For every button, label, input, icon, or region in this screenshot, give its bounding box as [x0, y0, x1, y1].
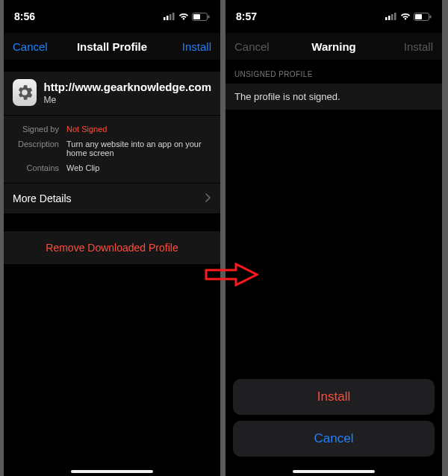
status-time: 8:56 [14, 10, 35, 22]
svg-rect-13 [430, 15, 432, 18]
svg-rect-1 [167, 16, 169, 20]
left-phone-frame: 8:56 Cancel Install Profile Install http… [4, 0, 220, 476]
svg-rect-10 [394, 13, 396, 20]
cellular-icon [385, 13, 397, 20]
signed-by-row: Signed by Not Signed [13, 122, 211, 137]
svg-rect-12 [415, 14, 422, 19]
contains-value: Web Clip [66, 163, 211, 172]
wifi-icon [400, 13, 411, 20]
wifi-icon [178, 13, 189, 20]
sheet-cancel-button[interactable]: Cancel [233, 421, 435, 457]
svg-rect-9 [391, 14, 393, 20]
profile-details: Signed by Not Signed Description Turn an… [4, 116, 220, 183]
profile-card: http://www.gearknowledge.com Me Signed b… [4, 72, 220, 214]
signed-by-value: Not Signed [66, 125, 211, 134]
home-indicator[interactable] [293, 470, 375, 473]
nav-title: Warning [278, 40, 390, 53]
description-label: Description [13, 140, 59, 157]
nav-bar: Cancel Install Profile Install [4, 33, 220, 60]
svg-rect-8 [388, 16, 391, 20]
profile-subtitle: Me [44, 95, 211, 105]
profile-header: http://www.gearknowledge.com Me [4, 72, 220, 116]
battery-icon [414, 13, 432, 21]
more-details-row[interactable]: More Details [4, 183, 220, 214]
status-time: 8:57 [236, 10, 257, 22]
cancel-button[interactable]: Cancel [234, 40, 278, 53]
remove-profile-button[interactable]: Remove Downloaded Profile [4, 231, 220, 265]
cellular-icon [164, 13, 175, 20]
status-bar: 8:57 [225, 0, 442, 33]
battery-icon [192, 13, 210, 21]
chevron-right-icon [205, 192, 211, 204]
profile-url: http://www.gearknowledge.com [44, 81, 211, 93]
install-button[interactable]: Install [390, 40, 433, 53]
description-value: Turn any website into an app on your hom… [66, 140, 211, 157]
right-phone-frame: 8:57 Cancel Warning Install UNSIGNED PRO… [225, 0, 442, 476]
cancel-button[interactable]: Cancel [13, 40, 56, 53]
svg-rect-5 [193, 14, 200, 19]
svg-rect-2 [169, 14, 172, 20]
svg-rect-7 [385, 17, 388, 20]
nav-title: Install Profile [56, 40, 168, 53]
svg-rect-6 [208, 15, 210, 18]
home-indicator[interactable] [71, 470, 153, 473]
contains-label: Contains [13, 163, 59, 172]
more-details-label: More Details [13, 192, 72, 204]
status-icons [164, 13, 210, 21]
install-button[interactable]: Install [168, 40, 211, 53]
svg-rect-0 [164, 17, 166, 20]
status-icons [385, 13, 432, 21]
sheet-install-button[interactable]: Install [233, 379, 435, 415]
status-bar: 8:56 [4, 0, 220, 33]
contains-row: Contains Web Clip [13, 160, 211, 175]
svg-rect-3 [172, 13, 175, 20]
description-row: Description Turn any website into an app… [13, 137, 211, 160]
action-sheet: Install Cancel [233, 379, 435, 467]
signed-by-label: Signed by [13, 125, 59, 134]
gear-icon [13, 79, 37, 106]
nav-bar: Cancel Warning Install [225, 33, 442, 60]
section-header: UNSIGNED PROFILE [225, 60, 442, 83]
warning-message: The profile is not signed. [225, 83, 442, 110]
